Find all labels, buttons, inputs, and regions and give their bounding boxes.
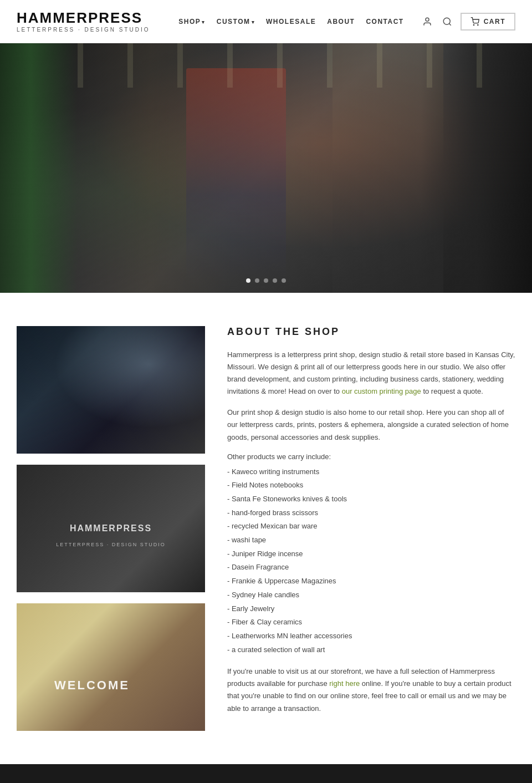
- nav-shop[interactable]: SHOP▾: [178, 18, 206, 26]
- site-header: HAMMERPRESS LETTERPRESS · DESIGN STUDIO …: [0, 0, 532, 43]
- product-item: - Santa Fe Stoneworks knives & tools: [227, 492, 515, 506]
- right-here-link[interactable]: right here: [329, 679, 360, 688]
- products-list: - Kaweco writing instruments - Field Not…: [227, 465, 515, 657]
- about-image-3: [17, 603, 205, 731]
- product-item: - Frankie & Uppercase Magazines: [227, 574, 515, 588]
- logo[interactable]: HAMMERPRESS LETTERPRESS · DESIGN STUDIO: [17, 11, 150, 33]
- product-item: - Leatherworks MN leather accessories: [227, 629, 515, 643]
- about-image-1: [17, 326, 205, 454]
- custom-printing-link[interactable]: our custom printing page: [342, 387, 421, 395]
- hero-dot-2[interactable]: [255, 278, 259, 283]
- product-item: - washi tape: [227, 533, 515, 547]
- about-content: ABOUT THE SHOP Hammerpress is a letterpr…: [227, 326, 515, 731]
- logo-main-text: HAMMERPRESS: [17, 11, 150, 25]
- products-intro: Other products we carry include:: [227, 452, 515, 461]
- about-section: ABOUT THE SHOP Hammerpress is a letterpr…: [0, 293, 532, 764]
- about-para-1: Hammerpress is a letterpress print shop,…: [227, 349, 515, 398]
- about-para-2: Our print shop & design studio is also h…: [227, 406, 515, 443]
- nav-wholesale[interactable]: WHOLESALE: [266, 18, 316, 26]
- hero-dots: [246, 278, 286, 283]
- hero-dot-5[interactable]: [282, 278, 286, 283]
- product-item: - Early Jewelry: [227, 602, 515, 616]
- nav-custom[interactable]: CUSTOM▾: [217, 18, 255, 26]
- cart-button[interactable]: CART: [461, 13, 515, 30]
- main-nav: SHOP▾ CUSTOM▾ WHOLESALE ABOUT CONTACT: [178, 13, 515, 30]
- svg-point-0: [426, 18, 429, 21]
- hero-dot-3[interactable]: [264, 278, 268, 283]
- about-image-2: [17, 465, 205, 592]
- svg-point-1: [443, 18, 450, 24]
- about-para-3: If you're unable to visit us at our stor…: [227, 665, 515, 714]
- custom-dropdown-arrow: ▾: [252, 19, 255, 25]
- product-item: - Field Notes notebooks: [227, 479, 515, 492]
- product-item: - Sydney Hale candles: [227, 588, 515, 602]
- cart-icon: [470, 17, 479, 26]
- nav-about[interactable]: ABOUT: [327, 18, 355, 26]
- about-title: ABOUT THE SHOP: [227, 326, 515, 338]
- nav-contact[interactable]: CONTACT: [366, 18, 403, 26]
- nav-icons: CART: [421, 13, 515, 30]
- product-item: - Juniper Ridge incense: [227, 547, 515, 561]
- product-item: - Fiber & Clay ceramics: [227, 616, 515, 629]
- product-item: - Dasein Fragrance: [227, 561, 515, 574]
- shop-dropdown-arrow: ▾: [202, 19, 206, 25]
- hero-section: [0, 43, 532, 293]
- svg-point-3: [477, 24, 478, 25]
- hero-dot-4[interactable]: [273, 278, 277, 283]
- svg-point-2: [473, 24, 474, 25]
- about-images: [17, 326, 205, 731]
- hero-dot-1[interactable]: [246, 278, 250, 283]
- product-item: - hand-forged brass scissors: [227, 506, 515, 520]
- site-footer: OUR LOCATION 500 Southwest Boulevard Sui…: [0, 764, 532, 783]
- hero-background: [0, 43, 532, 293]
- user-icon[interactable]: [421, 15, 434, 28]
- logo-sub-text: LETTERPRESS · DESIGN STUDIO: [17, 27, 150, 33]
- cart-label: CART: [484, 18, 505, 26]
- product-item: - a curated selection of wall art: [227, 643, 515, 657]
- product-item: - recycled Mexican bar ware: [227, 520, 515, 533]
- product-item: - Kaweco writing instruments: [227, 465, 515, 479]
- search-icon[interactable]: [441, 15, 454, 28]
